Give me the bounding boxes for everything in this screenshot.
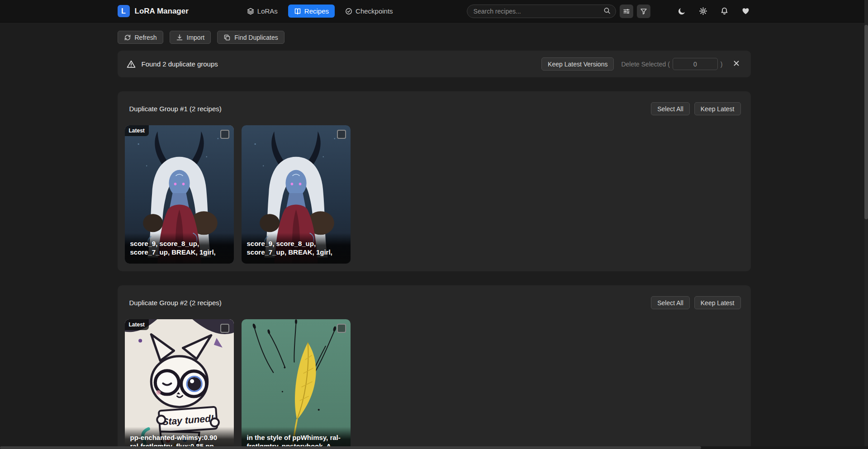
recipes-toolbar: Refresh Import Find Duplicates	[118, 31, 751, 44]
brand[interactable]: L LoRA Manager	[118, 5, 189, 17]
moon-icon	[678, 7, 686, 15]
delete-selected-suffix: )	[721, 61, 723, 68]
select-all-button[interactable]: Select All	[651, 296, 690, 309]
select-all-button[interactable]: Select All	[651, 102, 690, 115]
refresh-button[interactable]: Refresh	[118, 31, 163, 44]
recipe-caption: score_9, score_8_up, score_7_up, BREAK, …	[125, 233, 234, 264]
recipe-caption: score_9, score_8_up, score_7_up, BREAK, …	[242, 233, 351, 264]
vertical-scrollbar-thumb[interactable]	[864, 25, 868, 219]
refresh-label: Refresh	[135, 34, 157, 41]
recipe-card[interactable]: in the style of ppWhimsy, ral-frctlgmtry…	[242, 319, 351, 449]
funnel-icon	[640, 8, 647, 15]
keep-latest-button[interactable]: Keep Latest	[694, 102, 741, 115]
horizontal-scrollbar-thumb[interactable]	[0, 446, 701, 449]
group-title: Duplicate Group #1 (2 recipes)	[129, 105, 222, 113]
select-checkbox[interactable]	[337, 324, 346, 333]
find-duplicates-button[interactable]: Find Duplicates	[217, 31, 285, 44]
select-checkbox[interactable]	[220, 130, 229, 139]
nav-tabs: LoRAs Recipes Checkpoints	[241, 5, 399, 18]
keep-latest-versions-button[interactable]: Keep Latest Versions	[541, 57, 614, 71]
close-icon	[733, 60, 740, 67]
recipe-caption: in the style of ppWhimsy, ral-frctlgmtry…	[242, 427, 351, 449]
filter-sliders-button[interactable]	[620, 5, 633, 18]
theme-toggle-button[interactable]	[677, 6, 687, 16]
tab-loras[interactable]: LoRAs	[241, 5, 284, 18]
select-checkbox[interactable]	[220, 324, 229, 333]
group-title: Duplicate Group #2 (2 recipes)	[129, 299, 222, 307]
sliders-icon	[623, 8, 630, 15]
copy-icon	[223, 34, 231, 41]
card-grid: Stay tuned! Latest pp-enchanted-whimsy:0…	[125, 319, 744, 449]
gear-icon	[699, 7, 707, 15]
heart-icon	[741, 7, 750, 15]
vertical-scrollbar[interactable]	[864, 0, 868, 449]
app-title: LoRA Manager	[135, 7, 189, 16]
card-grid: Latest score_9, score_8_up, score_7_up, …	[125, 125, 744, 264]
delete-selected-control: Delete Selected ( )	[621, 58, 722, 70]
search-button[interactable]	[600, 5, 614, 17]
duplicates-banner: Found 2 duplicate groups Keep Latest Ver…	[118, 51, 751, 77]
search-box	[467, 5, 616, 18]
navbar-utilities	[677, 6, 751, 16]
delete-count-input[interactable]	[673, 58, 718, 70]
banner-message: Found 2 duplicate groups	[142, 60, 218, 68]
duplicate-group-2: Duplicate Group #2 (2 recipes) Select Al…	[118, 285, 751, 449]
logo-letter: L	[121, 7, 126, 15]
bell-icon	[720, 7, 729, 15]
filter-funnel-button[interactable]	[637, 5, 650, 18]
notifications-button[interactable]	[719, 6, 730, 16]
select-checkbox[interactable]	[337, 130, 346, 139]
main-content: Refresh Import Find Duplicates Found 2 d…	[118, 31, 751, 449]
group-header: Duplicate Group #1 (2 recipes) Select Al…	[125, 99, 744, 125]
group-actions: Select All Keep Latest	[651, 296, 740, 309]
settings-button[interactable]	[698, 6, 708, 16]
latest-badge: Latest	[125, 319, 149, 330]
horizontal-scrollbar[interactable]	[0, 446, 868, 449]
check-circle-icon	[345, 8, 352, 15]
recipe-caption: pp-enchanted-whimsy:0.90 ral-frctlgmtry_…	[125, 427, 234, 449]
tab-recipes[interactable]: Recipes	[288, 5, 335, 18]
recipe-card[interactable]: Latest score_9, score_8_up, score_7_up, …	[125, 125, 234, 264]
import-button[interactable]: Import	[170, 31, 211, 44]
navbar: L LoRA Manager LoRAs Recipes C	[0, 0, 868, 23]
group-actions: Select All Keep Latest	[651, 102, 740, 115]
tab-checkpoints[interactable]: Checkpoints	[339, 5, 399, 18]
warning-icon	[127, 60, 136, 69]
banner-actions: Keep Latest Versions Delete Selected ( )	[541, 57, 741, 71]
layers-icon	[247, 8, 254, 15]
duplicate-group-1: Duplicate Group #1 (2 recipes) Select Al…	[118, 91, 751, 271]
refresh-icon	[124, 34, 131, 41]
app-logo: L	[118, 5, 130, 17]
tab-label: LoRAs	[257, 7, 278, 15]
delete-selected-prefix: Delete Selected (	[621, 61, 669, 68]
search-icon	[603, 7, 611, 14]
import-icon	[176, 34, 183, 41]
close-banner-button[interactable]	[731, 58, 742, 70]
tab-label: Checkpoints	[356, 7, 393, 15]
recipe-card[interactable]: Stay tuned! Latest pp-enchanted-whimsy:0…	[125, 319, 234, 449]
latest-badge: Latest	[125, 125, 149, 136]
tab-label: Recipes	[304, 7, 329, 15]
search-input[interactable]	[467, 5, 616, 18]
book-icon	[294, 8, 301, 15]
recipe-card[interactable]: score_9, score_8_up, score_7_up, BREAK, …	[242, 125, 351, 264]
favorites-button[interactable]	[740, 6, 751, 16]
import-label: Import	[187, 34, 205, 41]
find-duplicates-label: Find Duplicates	[234, 34, 278, 41]
group-header: Duplicate Group #2 (2 recipes) Select Al…	[125, 293, 744, 319]
keep-latest-button[interactable]: Keep Latest	[694, 296, 741, 309]
